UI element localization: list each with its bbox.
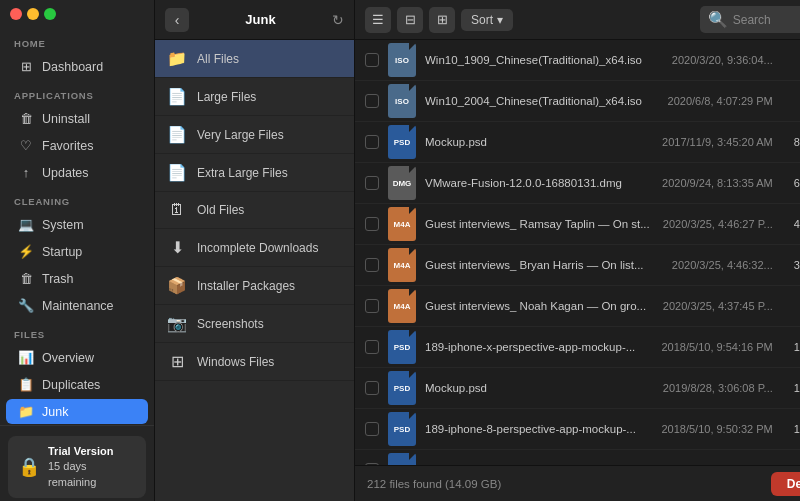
sidebar-item-duplicates[interactable]: 📋 Duplicates — [6, 372, 148, 397]
file-date: 2020/3/20, 9:36:04... — [658, 54, 773, 66]
sidebar-item-overview[interactable]: 📊 Overview — [6, 345, 148, 370]
trial-days-label: 15 days remaining — [48, 459, 136, 490]
all-files-label: All Files — [197, 52, 342, 66]
category-installer-packages[interactable]: 📦 Installer Packages — [155, 267, 354, 305]
close-button[interactable] — [10, 8, 22, 20]
sidebar-item-trash[interactable]: 🗑 Trash — [6, 266, 148, 291]
category-very-large-files[interactable]: 📄 Very Large Files — [155, 116, 354, 154]
sidebar-item-maintenance[interactable]: 🔧 Maintenance — [6, 293, 148, 318]
table-row[interactable]: PSD 189-iphone-x-perspective-app-mockup-… — [355, 327, 800, 368]
dashboard-icon: ⊞ — [18, 59, 34, 74]
file-name: Win10_2004_Chinese(Traditional)_x64.iso — [425, 95, 650, 107]
file-size: 641.7 MB — [781, 177, 800, 189]
table-row[interactable]: ISO Win10_1909_Chinese(Traditional)_x64.… — [355, 40, 800, 81]
table-row[interactable]: PSD 189-iphone-8-perspective-app-mockup-… — [355, 409, 800, 450]
sidebar-item-favorites[interactable]: ♡ Favorites — [6, 133, 148, 158]
table-row[interactable]: M4A Guest interviews_ Ramsay Taplin — On… — [355, 204, 800, 245]
table-row[interactable]: ISO Win10_2004_Chinese(Traditional)_x64.… — [355, 81, 800, 122]
file-size: 880.4 MB — [781, 136, 800, 148]
table-row[interactable]: PSD iPhone X PSD Mockup 01.psd 2018/6/27… — [355, 450, 800, 465]
table-row[interactable]: M4A Guest interviews_ Noah Kagan — On gr… — [355, 286, 800, 327]
search-input[interactable] — [733, 13, 800, 27]
windows-files-icon: ⊞ — [167, 352, 187, 371]
traffic-lights — [0, 0, 154, 28]
file-checkbox[interactable] — [365, 299, 379, 313]
file-checkbox[interactable] — [365, 340, 379, 354]
large-files-icon: 📄 — [167, 87, 187, 106]
uninstall-icon: 🗑 — [18, 111, 34, 126]
file-icon-wrap: ISO — [387, 86, 417, 116]
old-files-label: Old Files — [197, 203, 342, 217]
file-date: 2017/11/9, 3:45:20 AM — [658, 136, 773, 148]
main-toolbar: ☰ ⊟ ⊞ Sort ▾ 🔍 — [355, 0, 800, 40]
file-size: 408.6 MB — [781, 218, 800, 230]
file-type-icon: PSD — [388, 330, 416, 364]
file-type-icon: ISO — [388, 43, 416, 77]
trial-box[interactable]: 🔒 Trial Version 15 days remaining — [8, 436, 146, 498]
file-name: VMware-Fusion-12.0.0-16880131.dmg — [425, 177, 650, 189]
file-checkbox[interactable] — [365, 217, 379, 231]
file-checkbox[interactable] — [365, 258, 379, 272]
refresh-button[interactable]: ↻ — [332, 12, 344, 28]
back-button[interactable]: ‹ — [165, 8, 189, 32]
view-list-button[interactable]: ☰ — [365, 7, 391, 33]
sidebar-item-dashboard[interactable]: ⊞ Dashboard — [6, 54, 148, 79]
incomplete-downloads-icon: ⬇ — [167, 238, 187, 257]
incomplete-downloads-label: Incomplete Downloads — [197, 241, 342, 255]
file-date: 2019/8/28, 3:06:08 P... — [658, 382, 773, 394]
file-date: 2020/3/25, 4:37:45 P... — [658, 300, 773, 312]
file-icon-wrap: PSD — [387, 332, 417, 362]
minimize-button[interactable] — [27, 8, 39, 20]
table-row[interactable]: PSD Mockup.psd 2017/11/9, 3:45:20 AM 880… — [355, 122, 800, 163]
file-date: 2018/5/10, 9:54:16 PM — [658, 341, 773, 353]
installer-packages-icon: 📦 — [167, 276, 187, 295]
category-all-files[interactable]: 📁 All Files — [155, 40, 354, 78]
file-name: Mockup.psd — [425, 382, 650, 394]
sidebar-item-junk[interactable]: 📁 Junk — [6, 399, 148, 424]
extra-large-files-label: Extra Large Files — [197, 166, 342, 180]
very-large-files-icon: 📄 — [167, 125, 187, 144]
category-windows-files[interactable]: ⊞ Windows Files — [155, 343, 354, 381]
category-large-files[interactable]: 📄 Large Files — [155, 78, 354, 116]
maintenance-icon: 🔧 — [18, 298, 34, 313]
file-list: ISO Win10_1909_Chinese(Traditional)_x64.… — [355, 40, 800, 465]
file-checkbox[interactable] — [365, 53, 379, 67]
middle-panel: ‹ Junk ↻ 📁 All Files 📄 Large Files 📄 Ver… — [155, 0, 355, 501]
delete-button[interactable]: Delete — [771, 472, 800, 496]
file-icon-wrap: PSD — [387, 127, 417, 157]
file-date: 2020/3/25, 4:46:27 P... — [658, 218, 773, 230]
category-screenshots[interactable]: 📷 Screenshots — [155, 305, 354, 343]
overview-icon: 📊 — [18, 350, 34, 365]
table-row[interactable]: M4A Guest interviews_ Bryan Harris — On … — [355, 245, 800, 286]
updates-icon: ↑ — [18, 165, 34, 180]
sidebar-item-system[interactable]: 💻 System — [6, 212, 148, 237]
category-incomplete-downloads[interactable]: ⬇ Incomplete Downloads — [155, 229, 354, 267]
sort-button[interactable]: Sort ▾ — [461, 9, 513, 31]
maximize-button[interactable] — [44, 8, 56, 20]
category-old-files[interactable]: 🗓 Old Files — [155, 192, 354, 229]
file-size: 258 MB — [781, 300, 800, 312]
trash-icon: 🗑 — [18, 271, 34, 286]
category-extra-large-files[interactable]: 📄 Extra Large Files — [155, 154, 354, 192]
file-checkbox[interactable] — [365, 422, 379, 436]
installer-packages-label: Installer Packages — [197, 279, 342, 293]
windows-files-label: Windows Files — [197, 355, 342, 369]
file-size: 162.2 MB — [781, 382, 800, 394]
sidebar-item-uninstall[interactable]: 🗑 Uninstall — [6, 106, 148, 131]
file-checkbox[interactable] — [365, 381, 379, 395]
table-row[interactable]: PSD Mockup.psd 2019/8/28, 3:06:08 P... 1… — [355, 368, 800, 409]
file-checkbox[interactable] — [365, 176, 379, 190]
file-type-icon: PSD — [388, 412, 416, 446]
table-row[interactable]: DMG VMware-Fusion-12.0.0-16880131.dmg 20… — [355, 163, 800, 204]
file-type-icon: PSD — [388, 371, 416, 405]
view-grid-button[interactable]: ⊟ — [397, 7, 423, 33]
files-section-label: FILES — [0, 319, 154, 344]
file-name: Guest interviews_ Ramsay Taplin — On st.… — [425, 218, 650, 230]
view-details-button[interactable]: ⊞ — [429, 7, 455, 33]
file-checkbox[interactable] — [365, 135, 379, 149]
file-checkbox[interactable] — [365, 94, 379, 108]
main-panel: ☰ ⊟ ⊞ Sort ▾ 🔍 ISO Win10_1909_Chinese(Tr… — [355, 0, 800, 501]
startup-icon: ⚡ — [18, 244, 34, 259]
sidebar-item-updates[interactable]: ↑ Updates — [6, 160, 148, 185]
sidebar-item-startup[interactable]: ⚡ Startup — [6, 239, 148, 264]
